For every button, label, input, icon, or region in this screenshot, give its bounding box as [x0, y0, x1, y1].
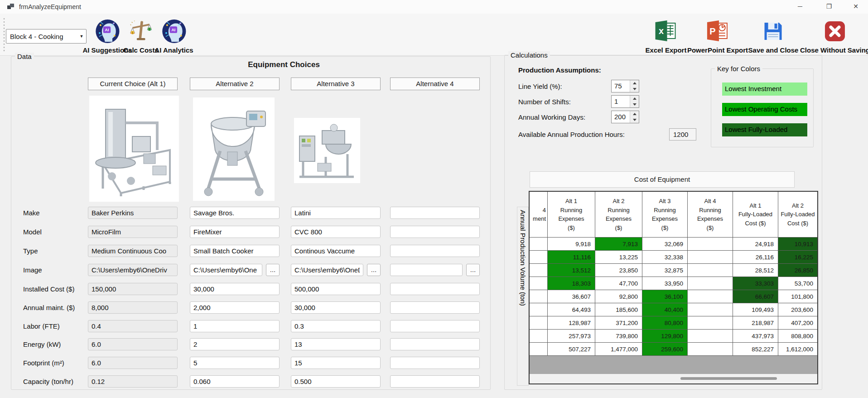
- grid-cell[interactable]: 47,700: [595, 277, 642, 290]
- grid-cell[interactable]: 28,512: [733, 264, 778, 277]
- field-alt2-make[interactable]: [190, 207, 280, 219]
- grid-cell[interactable]: [688, 290, 733, 303]
- field-alt1-footprint-m[interactable]: [88, 357, 178, 369]
- excel-export-button[interactable]: x Excel Export: [646, 15, 687, 54]
- field-alt3-labor-fte[interactable]: [291, 320, 381, 332]
- toolbar-gripper[interactable]: [3, 17, 5, 52]
- horizontal-scrollbar[interactable]: [530, 374, 817, 383]
- grid-cell[interactable]: [688, 330, 733, 343]
- grid-cell[interactable]: 257,973: [548, 330, 595, 343]
- annual-working-days-stepper[interactable]: 200: [611, 111, 639, 123]
- grid-cell[interactable]: [688, 251, 733, 264]
- grid-cell-empty[interactable]: [530, 290, 548, 303]
- field-alt2-model[interactable]: [190, 226, 280, 238]
- calc-costs-button[interactable]: $ $ Calc Costs: [123, 15, 159, 54]
- grid-cell-empty[interactable]: [530, 277, 548, 290]
- grid-cell[interactable]: 13,512: [548, 264, 595, 277]
- grid-cell[interactable]: 13,225: [595, 251, 642, 264]
- grid-cell[interactable]: 24,918: [733, 238, 778, 251]
- grid-cell-empty[interactable]: [530, 251, 548, 264]
- number-of-shifts-stepper[interactable]: 1: [611, 95, 639, 108]
- grid-cell[interactable]: 259,600: [642, 343, 688, 356]
- grid-cell[interactable]: 128,987: [548, 316, 595, 330]
- field-alt2-type[interactable]: [190, 245, 280, 257]
- grid-cell-empty[interactable]: [530, 264, 548, 277]
- grid-cell[interactable]: 7,913: [595, 238, 642, 251]
- grid-cell[interactable]: 10,913: [778, 238, 817, 251]
- field-alt3-capacity-ton-hr[interactable]: [291, 375, 381, 388]
- field-alt3-footprint-m[interactable]: [291, 357, 381, 369]
- field-alt3-make[interactable]: [291, 207, 381, 219]
- field-alt4-type[interactable]: [390, 245, 480, 257]
- grid-cell[interactable]: 371,200: [595, 316, 642, 330]
- grid-cell[interactable]: [688, 343, 733, 356]
- grid-cell[interactable]: 33,303: [733, 277, 778, 290]
- grid-cell[interactable]: 739,800: [595, 330, 642, 343]
- field-alt4-model[interactable]: [390, 226, 480, 238]
- grid-cell[interactable]: [688, 264, 733, 277]
- field-alt2-capacity-ton-hr[interactable]: [190, 375, 280, 388]
- grid-cell[interactable]: 32,069: [642, 238, 688, 251]
- line-yield-stepper[interactable]: 75: [611, 80, 639, 92]
- grid-cell[interactable]: 9,918: [548, 238, 595, 251]
- field-alt3-energy-kw[interactable]: [291, 338, 381, 350]
- grid-cell[interactable]: 32,338: [642, 251, 688, 264]
- grid-cell[interactable]: 203,600: [778, 303, 817, 316]
- field-alt4-labor-fte[interactable]: [390, 320, 480, 332]
- spin-down-icon[interactable]: [630, 102, 639, 107]
- field-alt1-installed-cost[interactable]: [88, 283, 178, 295]
- spin-up-icon[interactable]: [630, 96, 639, 102]
- grid-cell-empty[interactable]: [530, 343, 548, 356]
- spin-down-icon[interactable]: [630, 86, 639, 92]
- field-alt1-image[interactable]: [88, 264, 178, 276]
- field-alt3-annual-maint[interactable]: [291, 301, 381, 314]
- field-alt3-model[interactable]: [291, 226, 381, 238]
- browse-image-button-alt3[interactable]: …: [367, 264, 381, 276]
- field-alt1-annual-maint[interactable]: [88, 301, 178, 314]
- grid-cell-empty[interactable]: [530, 330, 548, 343]
- grid-cell[interactable]: 407,200: [778, 316, 817, 330]
- grid-cell[interactable]: 23,850: [595, 264, 642, 277]
- close-button[interactable]: ✕: [847, 0, 865, 13]
- field-alt3-installed-cost[interactable]: [291, 283, 381, 295]
- grid-cell[interactable]: 33,950: [642, 277, 688, 290]
- field-alt1-labor-fte[interactable]: [88, 320, 178, 332]
- powerpoint-export-button[interactable]: P PowerPoint Export: [687, 15, 748, 54]
- grid-cell[interactable]: 18,303: [548, 277, 595, 290]
- grid-cell[interactable]: 1,612,000: [778, 343, 817, 356]
- grid-cell[interactable]: [688, 238, 733, 251]
- field-alt4-make[interactable]: [390, 207, 480, 219]
- grid-cell[interactable]: 40,400: [642, 303, 688, 316]
- field-alt1-model[interactable]: [88, 226, 178, 238]
- field-alt4-image[interactable]: [390, 264, 463, 276]
- grid-cell[interactable]: 64,493: [548, 303, 595, 316]
- grid-cell[interactable]: 185,600: [595, 303, 642, 316]
- field-alt4-footprint-m[interactable]: [390, 357, 480, 369]
- grid-cell-empty[interactable]: [530, 316, 548, 330]
- grid-cell[interactable]: 1,477,000: [595, 343, 642, 356]
- field-alt4-installed-cost[interactable]: [390, 283, 480, 295]
- close-without-saving-button[interactable]: Close Without Saving: [800, 15, 868, 54]
- grid-cell[interactable]: 26,116: [733, 251, 778, 264]
- grid-cell[interactable]: 109,493: [733, 303, 778, 316]
- grid-cell[interactable]: 26,850: [778, 264, 817, 277]
- grid-cell-empty[interactable]: [530, 303, 548, 316]
- grid-cell[interactable]: 53,700: [778, 277, 817, 290]
- field-alt3-type[interactable]: [291, 245, 381, 257]
- grid-cell[interactable]: 36,100: [642, 290, 688, 303]
- field-alt3-image[interactable]: [291, 264, 363, 276]
- spin-down-icon[interactable]: [630, 117, 639, 123]
- grid-cell[interactable]: 101,800: [778, 290, 817, 303]
- grid-cell[interactable]: 129,800: [642, 330, 688, 343]
- spin-up-icon[interactable]: [630, 80, 639, 86]
- field-alt4-capacity-ton-hr[interactable]: [390, 375, 480, 388]
- grid-cell[interactable]: [688, 303, 733, 316]
- grid-cell[interactable]: 16,225: [778, 251, 817, 264]
- field-alt1-energy-kw[interactable]: [88, 338, 178, 350]
- grid-cell[interactable]: 36,607: [548, 290, 595, 303]
- grid-cell[interactable]: [688, 316, 733, 330]
- save-and-close-button[interactable]: Save and Close: [748, 15, 799, 54]
- field-alt1-type[interactable]: [88, 245, 178, 257]
- grid-cell[interactable]: 852,227: [733, 343, 778, 356]
- ai-analytics-button[interactable]: AI AI Analytics: [154, 15, 193, 54]
